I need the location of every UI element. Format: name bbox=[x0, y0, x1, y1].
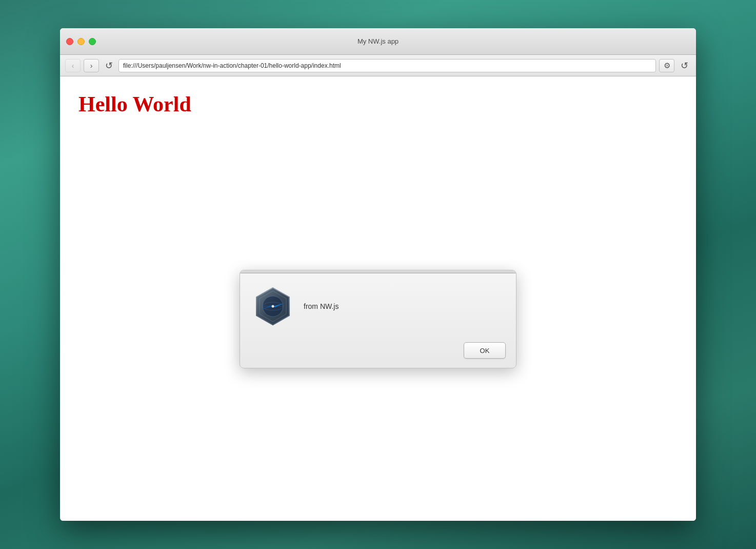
window-title: My NW.js app bbox=[357, 37, 399, 45]
dialog-footer: OK bbox=[240, 337, 516, 368]
svg-point-7 bbox=[272, 305, 274, 308]
forward-icon: › bbox=[90, 62, 93, 70]
refresh-icon: ↺ bbox=[681, 60, 688, 71]
ok-button[interactable]: OK bbox=[464, 342, 506, 359]
forward-button[interactable]: › bbox=[84, 59, 99, 72]
browser-window: My NW.js app ‹ › ↺ ⚙ ↺ Hello World bbox=[60, 28, 696, 521]
reload-button[interactable]: ↺ bbox=[102, 59, 115, 72]
page-content: Hello World bbox=[60, 76, 696, 521]
alert-dialog: from NW.js OK bbox=[240, 270, 516, 368]
minimize-button[interactable] bbox=[77, 38, 85, 45]
close-button[interactable] bbox=[66, 38, 73, 45]
settings-button[interactable]: ⚙ bbox=[659, 59, 674, 72]
refresh-button[interactable]: ↺ bbox=[678, 59, 691, 72]
back-icon: ‹ bbox=[72, 62, 74, 70]
maximize-button[interactable] bbox=[89, 38, 96, 45]
dialog-message: from NW.js bbox=[304, 302, 502, 310]
gear-icon: ⚙ bbox=[664, 61, 670, 70]
nwjs-icon bbox=[252, 286, 293, 327]
dialog-overlay: from NW.js OK bbox=[60, 76, 696, 521]
address-bar[interactable] bbox=[118, 59, 656, 72]
back-button[interactable]: ‹ bbox=[65, 59, 81, 72]
traffic-lights bbox=[66, 38, 96, 45]
reload-icon: ↺ bbox=[105, 60, 113, 71]
title-bar: My NW.js app bbox=[60, 28, 696, 55]
dialog-body: from NW.js bbox=[240, 273, 516, 337]
nav-bar: ‹ › ↺ ⚙ ↺ bbox=[60, 55, 696, 76]
